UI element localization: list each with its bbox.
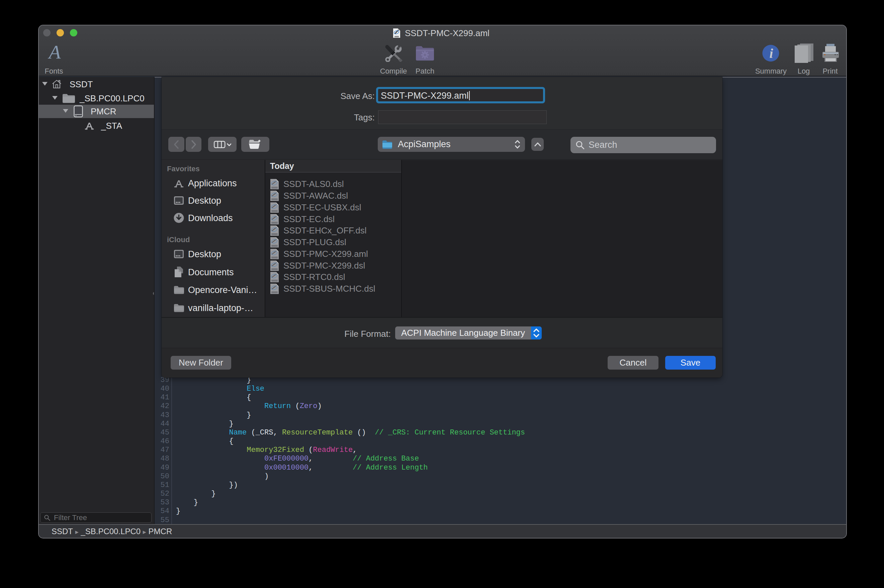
svg-text:i: i — [769, 46, 773, 61]
